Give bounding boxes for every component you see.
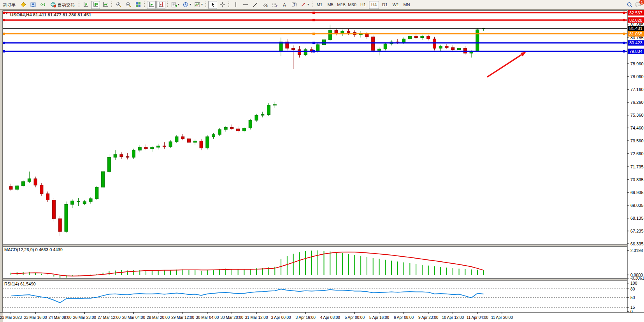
new-order-button[interactable]: 新订单 xyxy=(0,1,18,9)
tf-button-H1[interactable]: H1 xyxy=(358,1,368,9)
candle-body xyxy=(16,186,19,189)
bar-chart-icon[interactable] xyxy=(81,1,90,9)
tf-button-MN[interactable]: MN xyxy=(402,1,412,9)
price-tick-label: 72.660 xyxy=(630,151,644,156)
candle-body xyxy=(328,30,332,40)
add-indicator-icon[interactable]: ▾ xyxy=(170,1,181,9)
pane-separator xyxy=(3,279,627,280)
candle-body xyxy=(77,201,80,202)
candle-body xyxy=(120,154,123,157)
toolbar-group-objects: ▾ ▾ ▾ xyxy=(169,0,204,10)
line-handle xyxy=(3,12,5,14)
autotrade-button[interactable]: 自动交易 xyxy=(48,1,77,9)
tf-button-M30[interactable]: M30 xyxy=(347,1,357,9)
candle-body xyxy=(157,146,160,147)
tf-button-M1[interactable]: M1 xyxy=(314,1,325,9)
candlestick-chart-icon[interactable] xyxy=(91,1,100,9)
time-tick-label: 5 Apr 00:00 xyxy=(345,315,365,320)
template-icon[interactable]: ▾ xyxy=(193,1,204,9)
window-left-edge xyxy=(0,10,3,322)
tf-button-M15[interactable]: M15 xyxy=(336,1,346,9)
journal-icon[interactable] xyxy=(19,1,28,9)
price-tick-label: 67.235 xyxy=(630,229,644,233)
periods-clock-icon[interactable]: ▾ xyxy=(181,1,192,9)
time-tick-label: 28 Mar 20:00 xyxy=(147,315,170,320)
candle-body xyxy=(83,201,86,204)
search-icon[interactable] xyxy=(625,1,634,9)
candle-body xyxy=(9,187,12,189)
tf-button-M5[interactable]: M5 xyxy=(325,1,335,9)
profile-icon[interactable] xyxy=(28,1,37,9)
tf-button-D1[interactable]: D1 xyxy=(380,1,390,9)
candle-body xyxy=(163,146,166,147)
rsi-scale-label: 50 xyxy=(630,295,635,300)
candle-body xyxy=(89,199,92,201)
candle-body xyxy=(132,150,135,157)
candle-body xyxy=(463,48,467,53)
rsi-scale-label: 100 xyxy=(630,281,637,285)
crosshair-icon[interactable] xyxy=(218,1,227,9)
chart-canvas[interactable]: USOil#,H4 81.411 81.477 81.280 81.4512.3… xyxy=(0,0,644,322)
price-tick-label: 77.160 xyxy=(630,87,644,92)
price-tick-label: 78.060 xyxy=(630,74,644,79)
toolbar-group-scroll xyxy=(146,0,166,10)
time-tick-label: 6 Apr 08:00 xyxy=(394,315,414,320)
text-label-tool-icon[interactable]: T xyxy=(290,1,298,9)
horizontal-line-tool-icon[interactable] xyxy=(241,1,250,9)
candle-body xyxy=(421,36,424,38)
candle-body xyxy=(378,49,381,51)
tile-windows-icon[interactable] xyxy=(133,1,142,9)
channel-tool-icon[interactable]: E xyxy=(260,1,269,9)
candle-body xyxy=(439,46,442,49)
arrows-tool-icon[interactable]: ▾ xyxy=(299,1,310,9)
tf-button-W1[interactable]: W1 xyxy=(391,1,401,9)
candle-body xyxy=(335,30,338,33)
signal-icon[interactable] xyxy=(38,1,47,9)
time-tick-label: 11 Apr 04:00 xyxy=(467,315,488,320)
price-tick-label: 76.260 xyxy=(630,100,644,105)
cursor-icon[interactable] xyxy=(208,1,217,9)
candle-body xyxy=(323,40,326,45)
time-tick-label: 29 Mar 12:00 xyxy=(171,315,194,320)
candle-body xyxy=(408,36,411,39)
line-handle xyxy=(312,19,315,21)
candle-body xyxy=(138,147,141,150)
svg-text:F: F xyxy=(276,5,277,7)
vertical-line-tool-icon[interactable] xyxy=(231,1,240,9)
chevron-down-icon: ▾ xyxy=(178,3,179,6)
candle-body xyxy=(261,115,264,116)
candle-body xyxy=(298,50,301,55)
auto-scroll-icon[interactable] xyxy=(147,1,156,9)
chart-shift-icon[interactable] xyxy=(156,1,165,9)
line-handle xyxy=(312,33,315,35)
line-handle xyxy=(623,50,625,52)
chat-button[interactable]: 1 xyxy=(635,1,642,8)
trendline-tool-icon[interactable] xyxy=(251,1,260,9)
candle-body xyxy=(316,45,319,51)
candle-body xyxy=(476,30,479,51)
autotrade-globe-icon xyxy=(50,2,56,8)
autotrade-label: 自动交易 xyxy=(58,2,75,8)
candle-body xyxy=(102,172,105,187)
toolbar-grip xyxy=(311,1,313,8)
time-tick-label: 3 Apr 16:00 xyxy=(296,315,316,320)
toolbar-grip xyxy=(167,1,168,8)
candle-body xyxy=(65,205,68,232)
time-axis: 23 Mar 202323 Mar 16:0024 Mar 08:0026 Ma… xyxy=(0,312,513,320)
zoom-out-icon[interactable] xyxy=(124,1,133,9)
line-chart-icon[interactable] xyxy=(101,1,110,9)
zoom-in-icon[interactable] xyxy=(114,1,123,9)
time-tick-label: 11 Apr 20:00 xyxy=(491,315,513,320)
candle-body xyxy=(414,36,418,38)
tf-button-H4[interactable]: H4 xyxy=(369,1,379,9)
candle-body xyxy=(255,115,258,120)
price-badge-label: 82.537 xyxy=(629,10,642,15)
candle-body xyxy=(126,157,129,158)
text-tool-icon[interactable]: A xyxy=(280,1,289,9)
fibonacci-tool-icon[interactable]: F xyxy=(270,1,279,9)
candle-body xyxy=(242,128,246,131)
candle-body xyxy=(200,141,203,148)
time-tick-label: 10 Apr 12:00 xyxy=(442,315,464,320)
price-tick-label: 75.360 xyxy=(630,113,644,117)
price-tick-label: 69.035 xyxy=(630,203,644,208)
